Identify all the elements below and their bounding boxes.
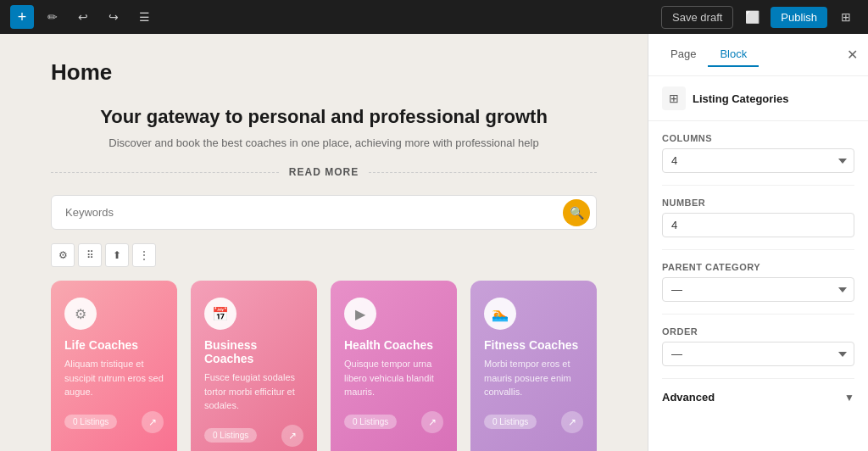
- advanced-toggle[interactable]: Advanced ▼: [662, 379, 854, 409]
- health-coaches-card: ▶ Health Coaches Quisque tempor urna lib…: [331, 281, 457, 451]
- read-more-button[interactable]: READ MORE: [289, 166, 359, 178]
- panel-header: Page Block ✕: [648, 34, 868, 76]
- publish-button[interactable]: Publish: [771, 7, 827, 28]
- block-settings-button[interactable]: ⚙: [51, 243, 75, 267]
- parent-category-label: PARENT CATEGORY: [662, 262, 854, 272]
- right-panel: Page Block ✕ ⊞ Listing Categories COLUMN…: [648, 34, 868, 451]
- add-block-button[interactable]: +: [10, 5, 34, 29]
- number-input[interactable]: [662, 213, 854, 237]
- life-coaches-footer: 0 Listings ↗: [64, 411, 164, 433]
- business-coaches-title: Business Coaches: [204, 338, 303, 365]
- preview-button[interactable]: ⬜: [740, 5, 764, 29]
- health-coaches-footer: 0 Listings ↗: [344, 411, 443, 433]
- business-coaches-footer: 0 Listings ↗: [204, 425, 303, 447]
- tab-block[interactable]: Block: [708, 42, 759, 67]
- business-coaches-card: 📅 Business Coaches Fusce feugiat sodales…: [191, 281, 317, 451]
- life-coaches-title: Life Coaches: [64, 338, 164, 352]
- columns-select[interactable]: 4 1 2 3: [662, 148, 854, 173]
- block-arrows-button[interactable]: ⬆: [105, 243, 129, 267]
- settings-toggle-button[interactable]: ⊞: [834, 5, 858, 29]
- undo-button[interactable]: ↩: [71, 5, 95, 29]
- page-title: Home: [51, 59, 597, 86]
- toolbar-left: + ✏ ↩ ↪ ☰: [10, 5, 156, 29]
- cards-grid: ⚙ Life Coaches Aliquam tristique et susc…: [51, 281, 597, 451]
- details-button[interactable]: ☰: [132, 5, 156, 29]
- life-coaches-listings: 0 Listings: [64, 415, 117, 429]
- search-bar-wrapper: 🔍: [51, 195, 597, 230]
- hero-title: Your gateway to personal and professiona…: [51, 106, 597, 128]
- health-coaches-icon: ▶: [344, 298, 376, 330]
- number-label: NUMBER: [662, 198, 854, 208]
- parent-category-field-group: PARENT CATEGORY —: [662, 262, 854, 315]
- health-coaches-listings: 0 Listings: [344, 415, 397, 429]
- canvas: Home Your gateway to personal and profes…: [0, 34, 648, 451]
- panel-body: COLUMNS 4 1 2 3 NUMBER PARENT CATEGORY —: [648, 121, 868, 451]
- block-info: ⊞ Listing Categories: [648, 76, 868, 121]
- search-icon: 🔍: [570, 206, 584, 220]
- fitness-coaches-icon: 🏊: [484, 298, 516, 330]
- toolbar: + ✏ ↩ ↪ ☰ Save draft ⬜ Publish ⊞: [0, 0, 868, 34]
- block-more-button[interactable]: ⋮: [132, 243, 156, 267]
- advanced-label: Advanced: [662, 391, 715, 404]
- hero-subtitle: Discover and book the best coaches in on…: [51, 136, 597, 149]
- number-field-group: NUMBER: [662, 198, 854, 250]
- save-draft-button[interactable]: Save draft: [661, 6, 733, 29]
- business-coaches-arrow[interactable]: ↗: [281, 425, 303, 447]
- panel-tabs: Page Block: [659, 42, 759, 67]
- panel-close-button[interactable]: ✕: [847, 47, 858, 63]
- fitness-coaches-listings: 0 Listings: [484, 415, 537, 429]
- business-coaches-desc: Fusce feugiat sodales tortor morbi effic…: [204, 370, 303, 413]
- block-controls: ⚙ ⠿ ⬆ ⋮: [51, 243, 597, 267]
- edit-tool-button[interactable]: ✏: [41, 5, 64, 29]
- health-coaches-title: Health Coaches: [344, 338, 443, 352]
- main-layout: Home Your gateway to personal and profes…: [0, 34, 868, 451]
- life-coaches-arrow[interactable]: ↗: [142, 411, 164, 433]
- search-button[interactable]: 🔍: [563, 199, 590, 226]
- business-coaches-listings: 0 Listings: [204, 428, 257, 443]
- fitness-coaches-footer: 0 Listings ↗: [484, 411, 583, 433]
- search-input[interactable]: [51, 195, 597, 230]
- block-move-button[interactable]: ⠿: [78, 243, 102, 267]
- fitness-coaches-card: 🏊 Fitness Coaches Morbi tempor eros et m…: [470, 281, 597, 451]
- health-coaches-desc: Quisque tempor urna libero vehicula blan…: [344, 357, 443, 399]
- life-coaches-icon: ⚙: [64, 298, 97, 330]
- fitness-coaches-title: Fitness Coaches: [484, 338, 583, 352]
- listing-categories-icon: ⊞: [662, 86, 686, 110]
- toolbar-right: Save draft ⬜ Publish ⊞: [661, 5, 858, 29]
- parent-category-select[interactable]: —: [662, 277, 854, 302]
- health-coaches-arrow[interactable]: ↗: [421, 411, 443, 433]
- block-name-label: Listing Categories: [693, 92, 788, 105]
- read-more-line: READ MORE: [51, 166, 597, 178]
- fitness-coaches-desc: Morbi tempor eros et mauris posuere enim…: [484, 357, 583, 399]
- tab-page[interactable]: Page: [659, 42, 708, 67]
- hero-section: Your gateway to personal and professiona…: [51, 106, 597, 149]
- columns-label: COLUMNS: [662, 133, 854, 143]
- life-coaches-desc: Aliquam tristique et suscipit rutrum ero…: [64, 357, 164, 399]
- life-coaches-card: ⚙ Life Coaches Aliquam tristique et susc…: [51, 281, 177, 451]
- order-label: ORDER: [662, 326, 854, 337]
- order-field-group: ORDER —: [662, 326, 854, 379]
- order-select[interactable]: —: [662, 342, 854, 366]
- business-coaches-icon: 📅: [204, 298, 236, 330]
- fitness-coaches-arrow[interactable]: ↗: [561, 411, 583, 433]
- redo-button[interactable]: ↪: [102, 5, 125, 29]
- columns-field-group: COLUMNS 4 1 2 3: [662, 133, 854, 186]
- chevron-down-icon: ▼: [844, 392, 854, 404]
